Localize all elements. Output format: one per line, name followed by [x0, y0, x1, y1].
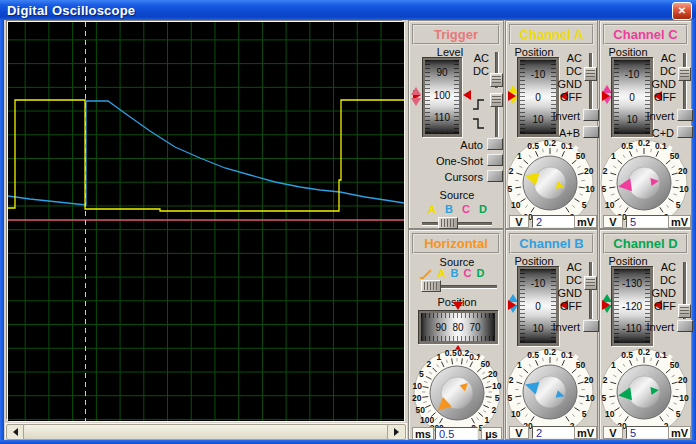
auto-button[interactable] — [487, 138, 503, 150]
thumb-ridges-icon — [680, 307, 689, 315]
horizontal-source-slider[interactable] — [420, 280, 498, 292]
wheel-marker-icon — [508, 91, 516, 101]
invert-button[interactable] — [583, 109, 599, 121]
v-unit-label: V — [603, 215, 623, 228]
coupling-off-label: OFF — [644, 91, 676, 104]
slider-thumb[interactable] — [678, 67, 691, 81]
invert-label: Invert — [534, 321, 580, 334]
v-unit-label: V — [509, 426, 529, 439]
knob-scale-label: 5 — [508, 184, 513, 194]
coupling-gnd-label: GND — [644, 287, 676, 300]
wheel-value: 90 — [435, 322, 446, 333]
slider-thumb[interactable] — [584, 67, 597, 81]
wheel-value: 100 — [425, 90, 459, 101]
knob-scale-label: 0.2 — [457, 348, 469, 358]
wheel-surface: 908070 — [421, 313, 495, 341]
knob-scale-label: 0.2 — [638, 347, 650, 357]
invert-button[interactable] — [677, 320, 693, 332]
knob-scale-label: 5 — [495, 393, 500, 403]
channel-c-coupling-slider[interactable] — [678, 52, 691, 111]
trigger-source-slider[interactable] — [421, 217, 493, 229]
falling-edge-icon — [472, 117, 485, 130]
invert-button[interactable] — [583, 320, 599, 332]
scale-value-field[interactable]: 5 — [626, 426, 669, 439]
one-shot-label: One-Shot — [429, 155, 483, 168]
mv-unit-label: mV — [668, 426, 691, 439]
invert-label: Invert — [534, 110, 580, 123]
mv-unit-label: mV — [574, 426, 597, 439]
knob-scale-label: 0.5 — [621, 141, 633, 151]
knob-scale-label: 50 — [415, 405, 425, 415]
coupling-dc-label: DC — [550, 65, 582, 78]
wheel-value: 90 — [425, 67, 459, 78]
knob-scale-label: 1 — [611, 360, 616, 370]
wheel-marker-icon — [508, 300, 516, 310]
left-arrow-icon — [13, 428, 18, 436]
wheel-value: 110 — [425, 112, 459, 123]
coupling-ac-label: AC — [550, 52, 582, 65]
trigger-coupling-ac-label: AC — [459, 52, 489, 65]
knob-scale-label: 10 — [585, 393, 595, 403]
scroll-right-button[interactable] — [387, 424, 406, 440]
sum-button[interactable] — [583, 126, 599, 138]
title-bar[interactable]: Digital Oscilloscope ✕ — [0, 0, 696, 20]
horizontal-position-wheel[interactable]: 908070 — [418, 310, 498, 344]
slider-thumb[interactable] — [438, 217, 458, 229]
one-shot-button[interactable] — [487, 154, 503, 166]
trigger-coupling-slider[interactable] — [490, 51, 503, 89]
window-border-bottom — [0, 440, 696, 444]
scale-value-field[interactable]: 2 — [532, 426, 575, 439]
trigger-source-b-label: B — [442, 203, 456, 216]
wheel-value: 120 — [425, 132, 459, 135]
thumb-ridges-icon — [492, 96, 501, 104]
knob-scale-label: 10 — [605, 409, 615, 419]
ms-unit-label: ms — [412, 427, 434, 440]
trigger-source-c-label: C — [459, 203, 473, 216]
knob-scale-label: 5 — [602, 184, 607, 194]
trigger-panel: Trigger Level90100110120ACDCAutoOne-Shot… — [408, 20, 504, 229]
knob-scale-label: 50 — [670, 151, 680, 161]
scale-value-field[interactable]: 5 — [626, 215, 669, 228]
right-arrow-icon — [394, 428, 399, 436]
channel-b-coupling-slider[interactable] — [584, 261, 597, 320]
slider-thumb[interactable] — [584, 276, 597, 290]
slider-thumb[interactable] — [490, 73, 503, 87]
invert-button[interactable] — [677, 109, 693, 121]
invert-label: Invert — [628, 321, 674, 334]
display-scrollbar[interactable] — [5, 423, 407, 439]
knob-scale-label: 20 — [412, 393, 422, 403]
scroll-thumb[interactable] — [23, 424, 393, 440]
window-title: Digital Oscilloscope — [7, 3, 135, 18]
slider-thumb[interactable] — [490, 93, 503, 107]
knob-scale-label: 1 — [517, 360, 522, 370]
slider-thumb[interactable] — [421, 280, 441, 292]
wheel-marker-icon — [453, 302, 463, 310]
knob-scale-label: 0.5 — [621, 350, 633, 360]
timebase-value-field[interactable]: 0.5 — [435, 427, 478, 440]
window-border-left — [0, 20, 4, 444]
trigger-level-wheel[interactable]: 90100110120 — [422, 57, 462, 137]
slider-thumb[interactable] — [678, 304, 691, 318]
knob-scale-label: 5 — [676, 409, 681, 419]
channel-a-coupling-slider[interactable] — [584, 52, 597, 111]
coupling-off-label: OFF — [550, 300, 582, 313]
coupling-dc-label: DC — [550, 274, 582, 287]
knob-scale-label: 5 — [582, 409, 587, 419]
thumb-ridges-icon — [424, 282, 438, 290]
thumb-ridges-icon — [492, 76, 501, 84]
knob-scale-label: 1 — [485, 415, 490, 425]
up-arrow-icon — [411, 87, 421, 95]
cursors-button[interactable] — [487, 170, 503, 182]
scale-value-field[interactable]: 2 — [532, 215, 575, 228]
slider-track — [683, 53, 687, 110]
close-button[interactable]: ✕ — [672, 2, 692, 20]
knob-scale-label: 100 — [420, 415, 434, 425]
sum-button[interactable] — [677, 126, 693, 138]
channel-b-panel-title: Channel B — [509, 233, 594, 254]
channel-d-coupling-slider[interactable] — [678, 261, 691, 320]
channel-c-panel: Channel C Position-10010ACDCGNDOFFInvert… — [599, 20, 692, 229]
trigger-edge-slider[interactable] — [490, 92, 503, 138]
wheel-surface: 90100110120 — [425, 60, 459, 134]
knob-scale-label: 20 — [678, 166, 688, 176]
knob-scale-label: 0.5 — [527, 350, 539, 360]
